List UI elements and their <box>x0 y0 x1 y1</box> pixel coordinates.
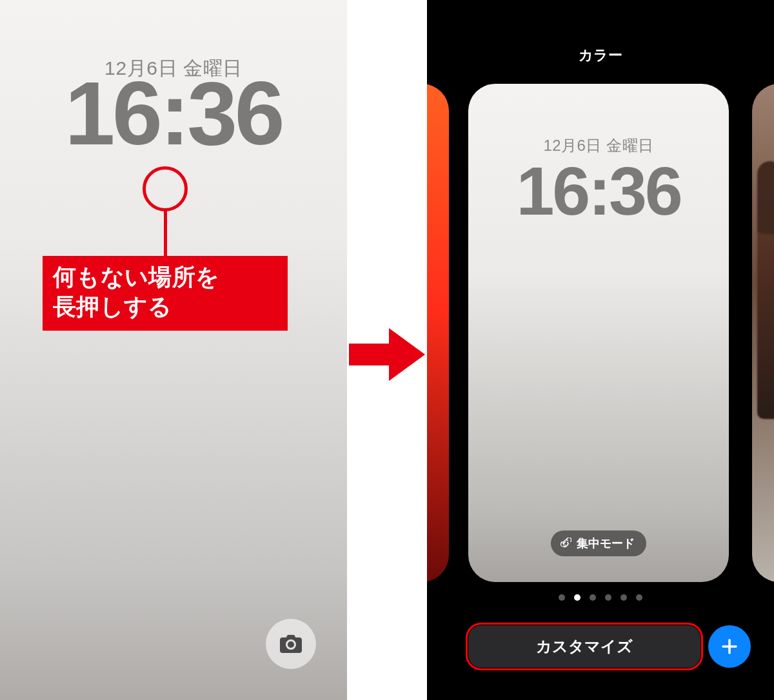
gallery-title: カラー <box>427 46 774 65</box>
page-dot[interactable] <box>574 594 580 601</box>
link-icon <box>560 538 571 549</box>
wallpaper-card-current[interactable]: 12月6日 金曜日 16:36 集中モード <box>468 84 729 582</box>
add-wallpaper-button[interactable] <box>708 625 751 668</box>
preview-time: 16:36 <box>516 152 680 230</box>
page-dot[interactable] <box>620 594 627 601</box>
page-dot[interactable] <box>559 594 565 601</box>
annotation-callout-text: 何もない場所を長押しする <box>53 264 220 320</box>
annotation-connector-line <box>164 211 167 256</box>
wallpaper-gallery: カラー 12月6日 金曜日 16:36 集中モード カスタマイズ <box>427 0 774 700</box>
wallpaper-next-artwork <box>757 161 774 419</box>
step-arrow-icon <box>349 326 425 384</box>
camera-button[interactable] <box>266 619 316 669</box>
page-indicator[interactable] <box>427 594 774 601</box>
page-dot[interactable] <box>590 594 596 601</box>
plus-icon <box>720 637 739 656</box>
focus-mode-label: 集中モード <box>577 536 635 551</box>
wallpaper-card-next[interactable] <box>752 84 774 582</box>
lock-screen[interactable]: 12月6日 金曜日 16:36 何もない場所を長押しする <box>0 0 347 700</box>
customize-button-label: カスタマイズ <box>536 636 633 657</box>
annotation-callout: 何もない場所を長押しする <box>43 256 288 331</box>
camera-icon <box>280 635 302 653</box>
wallpaper-card-previous[interactable] <box>427 84 449 582</box>
annotation-target-circle <box>143 166 188 211</box>
focus-mode-button[interactable]: 集中モード <box>551 530 646 556</box>
lock-screen-time: 16:36 <box>0 61 347 166</box>
customize-button[interactable]: カスタマイズ <box>468 625 700 668</box>
page-dot[interactable] <box>636 594 642 601</box>
page-dot[interactable] <box>605 594 611 601</box>
